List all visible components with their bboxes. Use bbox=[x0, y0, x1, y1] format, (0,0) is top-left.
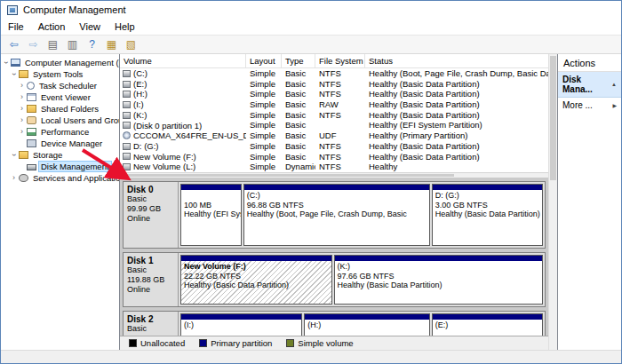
volume-layout: Simple bbox=[246, 79, 282, 90]
forward-icon[interactable]: ⇨ bbox=[25, 36, 42, 52]
expander-icon[interactable]: › bbox=[18, 105, 26, 113]
column-header-layout[interactable]: Layout bbox=[246, 54, 282, 67]
console-tree-icon[interactable]: ▤ bbox=[44, 36, 61, 52]
action-label: More ... bbox=[562, 100, 593, 110]
vertical-scrollbar-thumb[interactable] bbox=[550, 56, 556, 180]
tree-item-shared-folders[interactable]: › Shared Folders bbox=[1, 103, 119, 115]
expander-icon[interactable]: › bbox=[18, 82, 26, 90]
column-header-status[interactable]: Status bbox=[365, 54, 548, 67]
column-header-file-system[interactable]: File System bbox=[315, 54, 365, 67]
horizontal-scrollbar[interactable] bbox=[120, 172, 548, 178]
action-disk-mana[interactable]: Disk Mana... ▲ bbox=[558, 72, 621, 98]
expander-icon[interactable]: › bbox=[18, 93, 26, 101]
volume-type: Basic bbox=[282, 131, 315, 141]
disk-header[interactable]: Disk 1 Basic 119.88 GB Online bbox=[124, 253, 179, 306]
volume-list-rows: (C:) Simple Basic NTFS Healthy (Boot, Pa… bbox=[120, 68, 548, 172]
expander-icon[interactable]: › bbox=[10, 174, 18, 182]
volume-row-d-g[interactable]: D: (G:) Simple Basic NTFS Healthy (Basic… bbox=[120, 141, 548, 152]
action-more[interactable]: More ... ▶ bbox=[558, 98, 621, 113]
tree-item-system-tools[interactable]: › System Tools bbox=[1, 68, 119, 80]
arrow-icon[interactable]: ▲ bbox=[611, 82, 617, 87]
disk-header[interactable]: Disk 0 Basic 99.99 GB Online bbox=[124, 182, 179, 248]
volume-row-cccoma-x64fre-en-us-dv9-d[interactable]: CCCOMA_X64FRE_EN-US_DV9 (D:) Simple Basi… bbox=[120, 131, 548, 141]
tree-item-performance[interactable]: › Performance bbox=[1, 126, 119, 138]
arrow-icon[interactable]: ▶ bbox=[612, 102, 617, 108]
tree-item-task-scheduler[interactable]: › Task Scheduler bbox=[1, 80, 119, 91]
legend-label: Simple volume bbox=[298, 338, 353, 348]
partition-disk-0-efi[interactable]: 100 MB Healthy (EFI Sys bbox=[180, 184, 242, 246]
column-header-type[interactable]: Type bbox=[282, 54, 315, 67]
legend-primary-partition: Primary partition bbox=[199, 338, 272, 348]
tree-item-local-users-and-groups[interactable]: › Local Users and Groups bbox=[1, 115, 119, 126]
disk-status: Online bbox=[127, 285, 174, 295]
partition-d-g[interactable]: D: (G:) 3.00 GB NTFS Healthy (Basic Data… bbox=[432, 184, 543, 246]
tree-item-storage[interactable]: › Storage bbox=[1, 149, 119, 161]
tree-item-device-manager[interactable]: Device Manager bbox=[1, 138, 119, 149]
volume-icon bbox=[123, 91, 131, 98]
disk-header[interactable]: Disk 2 Basic bbox=[124, 312, 179, 336]
legend-swatch bbox=[129, 339, 137, 347]
storage-icon bbox=[19, 151, 28, 159]
legend-bar: Unallocated Primary partition Simple vol… bbox=[120, 336, 548, 350]
volume-name: D: (G:) bbox=[133, 141, 159, 152]
volume-row-new-volume-l[interactable]: New Volume (L:) Simple Dynamic NTFS Heal… bbox=[120, 162, 548, 172]
volume-row-k[interactable]: (K:) Simple Basic NTFS Healthy (Basic Da… bbox=[120, 110, 548, 121]
expander-icon[interactable]: › bbox=[2, 59, 10, 67]
volume-layout: Simple bbox=[246, 152, 282, 162]
menu-action[interactable]: Action bbox=[31, 20, 73, 33]
vertical-scrollbar[interactable] bbox=[548, 54, 557, 350]
disk-view-icon[interactable]: ▦ bbox=[103, 36, 120, 52]
volume-row-e[interactable]: (E:) Simple Basic NTFS Healthy (Basic Da… bbox=[120, 79, 548, 90]
horizontal-scrollbar-thumb[interactable] bbox=[120, 174, 454, 177]
back-icon[interactable]: ⇦ bbox=[5, 36, 22, 52]
volume-icon bbox=[123, 81, 131, 88]
tree-item-event-viewer[interactable]: › Event Viewer bbox=[1, 91, 119, 103]
tree-item-computer-management-local[interactable]: › Computer Management (Local bbox=[1, 57, 119, 68]
menu-help[interactable]: Help bbox=[108, 20, 142, 33]
column-header-volume[interactable]: Volume bbox=[120, 54, 246, 67]
volume-icon bbox=[123, 70, 131, 77]
volume-row-c[interactable]: (C:) Simple Basic NTFS Healthy (Boot, Pa… bbox=[120, 68, 548, 79]
volume-name: (C:) bbox=[133, 68, 148, 79]
partition-title: (E:) bbox=[435, 320, 539, 330]
computer-icon bbox=[11, 59, 20, 67]
disk-name: Disk 2 bbox=[127, 314, 174, 324]
partition-c[interactable]: (C:) 96.88 GB NTFS Healthy (Boot, Page F… bbox=[243, 184, 430, 246]
volume-type: Dynamic bbox=[282, 162, 315, 172]
volume-type: Basic bbox=[282, 152, 315, 162]
partition-title: D: (G:) bbox=[435, 191, 539, 201]
partition-new-volume-f[interactable]: New Volume (F:) 22.22 GB NTFS Healthy (B… bbox=[180, 255, 332, 305]
volume-layout: Simple bbox=[246, 162, 282, 172]
expander-icon[interactable]: › bbox=[10, 70, 18, 78]
partition-e[interactable]: (E:) bbox=[432, 313, 543, 336]
partition-h[interactable]: (H:) bbox=[304, 313, 429, 336]
volume-row-i[interactable]: (I:) Simple Basic RAW Healthy (Basic Dat… bbox=[120, 99, 548, 110]
partition-status: Healthy (Basic Data Partition) bbox=[435, 210, 539, 219]
title-bar[interactable]: Computer Management bbox=[1, 1, 621, 19]
properties-icon[interactable]: ▥ bbox=[64, 36, 81, 52]
expander-icon[interactable]: › bbox=[18, 116, 26, 124]
volume-file-system: NTFS bbox=[315, 110, 365, 121]
volume-name: (I:) bbox=[133, 99, 144, 110]
volume-view-icon[interactable]: ▧ bbox=[123, 36, 140, 52]
partition-k[interactable]: (K:) 97.66 GB NTFS Healthy (Basic Data P… bbox=[334, 255, 543, 305]
expander-icon[interactable]: › bbox=[18, 128, 26, 136]
expander-icon[interactable]: › bbox=[10, 151, 18, 159]
volume-type: Basic bbox=[282, 120, 315, 131]
partition-i[interactable]: (I:) bbox=[180, 313, 302, 336]
menu-view[interactable]: View bbox=[72, 20, 108, 33]
volume-row-h[interactable]: (H:) Simple Basic NTFS Healthy (Basic Da… bbox=[120, 89, 548, 99]
menu-file[interactable]: File bbox=[1, 20, 31, 33]
volume-icon bbox=[123, 143, 131, 150]
cd-icon bbox=[123, 131, 131, 139]
tree-item-services-and-applications[interactable]: › Services and Applications bbox=[1, 172, 119, 184]
volume-row-disk-0-partition-1[interactable]: (Disk 0 partition 1) Simple Basic Health… bbox=[120, 120, 548, 131]
help-icon[interactable]: ? bbox=[84, 36, 100, 52]
volume-file-system: NTFS bbox=[315, 152, 365, 162]
volume-type: Basic bbox=[282, 79, 315, 90]
volume-type: Basic bbox=[282, 89, 315, 99]
tree-item-disk-management[interactable]: Disk Management bbox=[1, 161, 119, 172]
volume-layout: Simple bbox=[246, 99, 282, 110]
volume-layout: Simple bbox=[246, 141, 282, 152]
volume-row-new-volume-f[interactable]: New Volume (F:) Simple Basic NTFS Health… bbox=[120, 152, 548, 162]
